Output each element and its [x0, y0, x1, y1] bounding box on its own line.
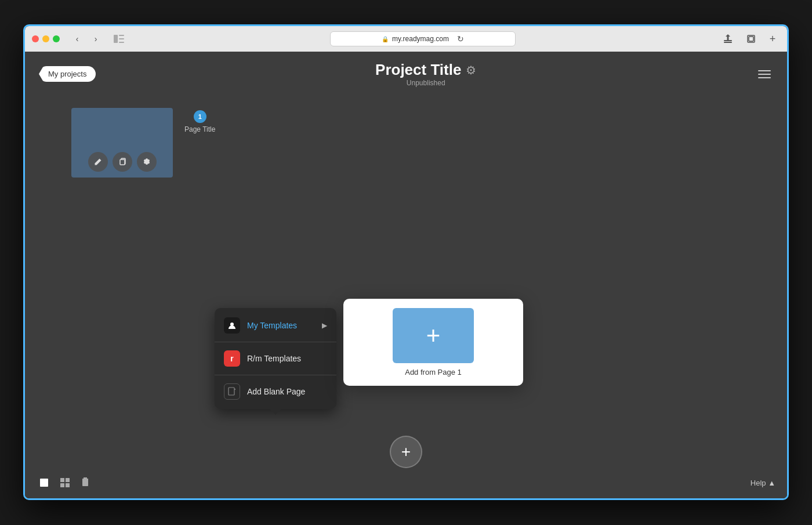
- hamburger-line-1: [758, 70, 771, 71]
- page-badge: 1: [194, 110, 206, 123]
- page-thumbnail: [71, 108, 173, 178]
- my-projects-button[interactable]: My projects: [39, 66, 96, 82]
- address-bar-wrap: 🔒 my.readymag.com ↻: [132, 31, 714, 46]
- svg-rect-0: [114, 35, 118, 43]
- project-settings-icon[interactable]: ⚙: [466, 63, 476, 77]
- svg-rect-1: [119, 35, 124, 36]
- hamburger-line-3: [758, 77, 771, 78]
- my-templates-icon: [224, 317, 240, 334]
- minimize-button[interactable]: [42, 35, 49, 42]
- project-status: Unpublished: [375, 79, 476, 87]
- project-info: Project Title ⚙ Unpublished: [375, 61, 476, 87]
- address-bar[interactable]: 🔒 my.readymag.com ↻: [330, 31, 516, 46]
- context-menu: My Templates ▶ r R/m Templates: [215, 308, 336, 409]
- view-controls: [37, 474, 92, 491]
- main-area: 1 Page Title My Templates ▶: [25, 96, 787, 467]
- svg-rect-14: [60, 478, 64, 482]
- add-blank-label: Add Blank Page: [247, 387, 327, 396]
- menu-item-my-templates[interactable]: My Templates ▶: [215, 312, 336, 339]
- help-button[interactable]: Help ▲: [751, 479, 775, 487]
- submenu-plus-icon: +: [426, 324, 441, 348]
- new-tab-button[interactable]: +: [765, 31, 780, 46]
- svg-rect-10: [229, 388, 234, 395]
- page-thumbnail-wrap: [71, 108, 173, 178]
- menu-divider-1: [215, 342, 336, 342]
- toolbar-right: +: [719, 31, 780, 46]
- svg-rect-8: [120, 160, 125, 165]
- add-page-button[interactable]: +: [390, 436, 422, 468]
- project-title: Project Title: [375, 61, 461, 79]
- tabs-button[interactable]: [742, 31, 760, 46]
- svg-rect-15: [66, 478, 70, 482]
- sidebar-toggle-button[interactable]: [111, 32, 127, 45]
- submenu-item-add-from-page[interactable]: + Add from Page 1: [353, 308, 514, 376]
- reload-button[interactable]: ↻: [457, 34, 464, 44]
- page-label: Page Title: [184, 125, 215, 133]
- submenu-thumbnail: +: [393, 308, 474, 363]
- hamburger-menu-button[interactable]: [756, 68, 773, 81]
- project-title-wrap: Project Title ⚙: [375, 61, 476, 79]
- svg-rect-17: [66, 483, 70, 487]
- svg-rect-16: [60, 483, 64, 487]
- menu-item-rm-templates[interactable]: r R/m Templates: [215, 345, 336, 372]
- traffic-lights: [32, 35, 60, 42]
- svg-rect-13: [40, 479, 48, 487]
- hamburger-line-2: [758, 74, 771, 75]
- rm-templates-icon: r: [224, 350, 240, 367]
- bottom-bar: Help ▲: [25, 467, 787, 498]
- forward-button[interactable]: ›: [88, 32, 104, 45]
- svg-rect-5: [724, 42, 732, 43]
- lock-icon: 🔒: [382, 36, 389, 42]
- page-settings-button[interactable]: [137, 152, 157, 172]
- app-content: My projects Project Title ⚙ Unpublished: [25, 52, 787, 498]
- my-templates-label: My Templates: [247, 321, 315, 330]
- grid-view-button[interactable]: [57, 475, 72, 490]
- nav-buttons: ‹ ›: [69, 32, 104, 45]
- delete-button[interactable]: [78, 474, 92, 491]
- menu-divider-2: [215, 375, 336, 375]
- my-templates-arrow: ▶: [322, 321, 327, 330]
- close-button[interactable]: [32, 35, 39, 42]
- url-text: my.readymag.com: [392, 35, 449, 43]
- submenu-flyout: + Add from Page 1: [343, 299, 523, 386]
- rm-templates-label: R/m Templates: [247, 354, 327, 363]
- duplicate-page-button[interactable]: [113, 152, 132, 172]
- submenu-add-from-page-label: Add from Page 1: [405, 368, 462, 376]
- maximize-button[interactable]: [53, 35, 60, 42]
- single-view-button[interactable]: [37, 475, 52, 490]
- share-button[interactable]: [719, 31, 737, 46]
- page-actions: [88, 152, 157, 172]
- svg-rect-7: [749, 37, 753, 41]
- back-button[interactable]: ‹: [69, 32, 85, 45]
- add-blank-icon: [224, 383, 240, 400]
- menu-item-add-blank[interactable]: Add Blank Page: [215, 378, 336, 405]
- browser-window: ‹ › 🔒 my.readymag.com ↻: [23, 24, 789, 500]
- svg-rect-4: [724, 40, 732, 41]
- title-bar: ‹ › 🔒 my.readymag.com ↻: [25, 26, 787, 52]
- app-header: My projects Project Title ⚙ Unpublished: [25, 52, 787, 96]
- svg-rect-2: [119, 38, 124, 39]
- svg-rect-3: [119, 42, 124, 43]
- edit-page-button[interactable]: [88, 152, 108, 172]
